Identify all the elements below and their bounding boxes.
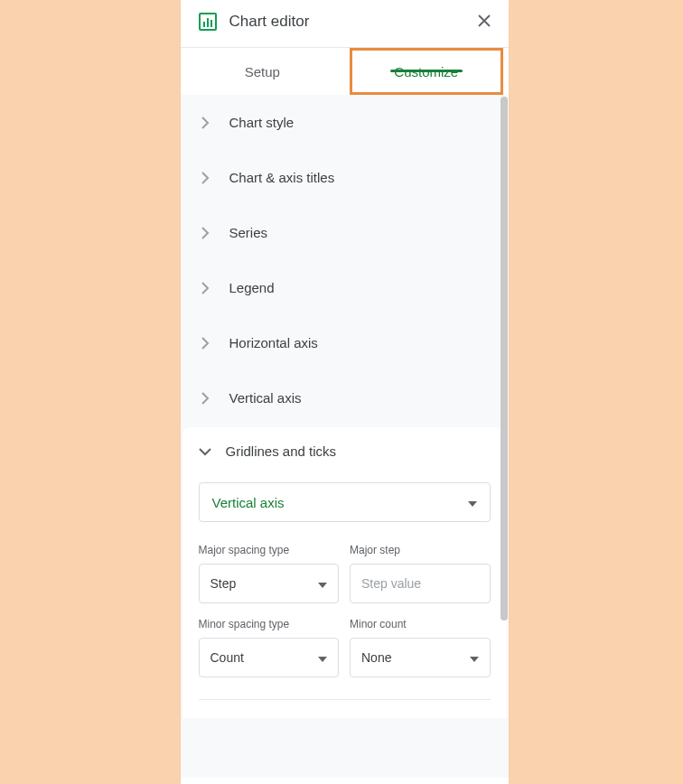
axis-select-value: Vertical axis: [212, 495, 285, 510]
minor-spacing-type-select[interactable]: Count: [199, 638, 340, 677]
chart-editor-panel: Chart editor Setup Customize Chart style…: [181, 0, 509, 784]
chevron-right-icon: [199, 227, 211, 239]
select-value: Step: [211, 576, 237, 591]
minor-count-col: Minor count None: [350, 618, 491, 677]
panel-title: Chart editor: [229, 13, 478, 31]
chart-logo-icon: [199, 13, 217, 31]
section-label: Series: [229, 225, 268, 240]
section-gridlines-header[interactable]: Gridlines and ticks: [182, 427, 507, 475]
tab-setup[interactable]: Setup: [181, 48, 345, 95]
tab-customize-wrapper: Customize: [344, 48, 509, 95]
chevron-right-icon: [199, 117, 211, 129]
section-label: Gridlines and ticks: [226, 443, 337, 459]
tab-customize[interactable]: Customize: [344, 64, 509, 79]
section-gridlines-ticks: Gridlines and ticks Vertical axis Major …: [182, 427, 507, 718]
chevron-right-icon: [199, 337, 211, 350]
section-chart-style[interactable]: Chart style: [181, 95, 509, 150]
field-label: Minor count: [350, 618, 491, 630]
chevron-down-icon: [199, 445, 211, 458]
dropdown-arrow-icon: [468, 494, 477, 510]
content-area: Chart style Chart & axis titles Series L…: [181, 95, 509, 778]
input-placeholder: Step value: [361, 576, 421, 591]
section-vertical-axis[interactable]: Vertical axis: [181, 370, 509, 425]
chevron-right-icon: [199, 392, 211, 405]
dropdown-arrow-icon: [470, 650, 479, 665]
divider: [199, 699, 491, 700]
scrollbar[interactable]: [501, 97, 508, 621]
minor-row: Minor spacing type Count Minor count Non…: [182, 618, 507, 692]
close-icon[interactable]: [478, 14, 491, 30]
minor-count-select[interactable]: None: [350, 638, 491, 677]
minor-spacing-type-col: Minor spacing type Count: [199, 618, 340, 677]
major-spacing-type-select[interactable]: Step: [199, 564, 340, 603]
major-step-input[interactable]: Step value: [350, 564, 491, 603]
tabs: Setup Customize: [181, 48, 509, 95]
dropdown-arrow-icon: [318, 576, 327, 591]
section-series[interactable]: Series: [181, 205, 509, 260]
section-label: Horizontal axis: [229, 335, 318, 350]
field-label: Minor spacing type: [199, 618, 340, 630]
section-label: Legend: [229, 280, 275, 295]
section-label: Chart style: [229, 115, 295, 130]
section-chart-axis-titles[interactable]: Chart & axis titles: [181, 150, 509, 205]
section-label: Vertical axis: [229, 390, 302, 406]
major-row: Major spacing type Step Major step Step …: [182, 544, 507, 618]
field-label: Major step: [350, 544, 491, 556]
select-value: Count: [211, 650, 244, 665]
major-spacing-type-col: Major spacing type Step: [199, 544, 340, 603]
section-horizontal-axis[interactable]: Horizontal axis: [181, 315, 509, 370]
major-step-col: Major step Step value: [350, 544, 491, 603]
dropdown-arrow-icon: [318, 650, 327, 665]
section-legend[interactable]: Legend: [181, 260, 509, 315]
chevron-right-icon: [199, 172, 211, 184]
select-value: None: [361, 650, 391, 665]
chevron-right-icon: [199, 282, 211, 294]
panel-header: Chart editor: [181, 0, 509, 48]
field-label: Major spacing type: [199, 544, 340, 556]
section-label: Chart & axis titles: [229, 170, 335, 185]
axis-select-dropdown[interactable]: Vertical axis: [199, 482, 491, 522]
